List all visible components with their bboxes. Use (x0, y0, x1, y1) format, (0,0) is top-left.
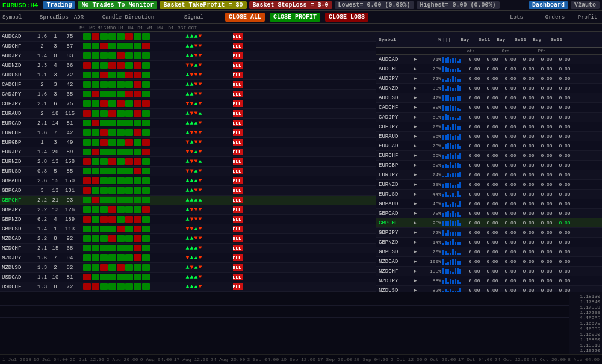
right-sym: NZDCHF (377, 268, 414, 274)
bss-cell[interactable]: BUY SELL CLOSE (233, 187, 244, 194)
candle-box (92, 149, 99, 155)
sell-button[interactable]: SELL (233, 274, 243, 280)
orders-sell: 0.00 (520, 172, 538, 177)
bss-cell[interactable]: BUY SELL CLOSE (233, 226, 244, 232)
symbol-cell: EURUSD (1, 168, 36, 174)
sell-button[interactable]: SELL (233, 139, 243, 146)
sell-button[interactable]: SELL (233, 81, 243, 88)
bss-cell[interactable]: BUY SELL CLOSE (233, 274, 244, 280)
sell-button[interactable]: SELL (233, 149, 243, 155)
trading-badge[interactable]: Trading (43, 1, 75, 9)
close-all-button[interactable]: CLOSE ALL (225, 13, 265, 22)
lots-sell: 0.00 (483, 114, 501, 120)
sell-button[interactable]: SELL (233, 100, 243, 107)
candle-box (117, 149, 125, 155)
bss-cell[interactable]: BUY SELL CLOSE (233, 168, 244, 174)
sell-button[interactable]: SELL (233, 72, 243, 78)
bss-cell[interactable]: BUY SELL CLOSE (233, 139, 244, 146)
mini-bar (457, 232, 459, 236)
sell-button[interactable]: SELL (233, 52, 243, 59)
right-sym: EURUSD (377, 191, 414, 197)
sell-button[interactable]: SELL (233, 120, 243, 126)
bss-cell[interactable]: BUY SELL CLOSE (233, 283, 244, 290)
signal-arrow: ▲ (194, 196, 198, 205)
right-arrow: ▶ (414, 171, 421, 178)
right-rows-area[interactable]: AUDCAD ▶ 71% 0.00 0.00 0.00 0.00 0.00 0.… (376, 55, 602, 292)
bss-cell[interactable]: BUY SELL CLOSE (233, 206, 244, 213)
spread-cell: 2 (36, 43, 49, 49)
orders-sell: 0.00 (520, 201, 538, 206)
signal-arrow: ▼ (199, 147, 202, 157)
candle-box (100, 129, 108, 136)
bss-cell[interactable]: BUY SELL CLOSE (233, 72, 244, 78)
candle-cells (78, 43, 155, 49)
signal-arrow: ▼ (199, 282, 202, 292)
bss-cell[interactable]: BUY SELL CLOSE (233, 149, 244, 155)
sell-button[interactable]: SELL (233, 168, 243, 174)
sell-button[interactable]: SELL (233, 62, 243, 69)
bss-cell[interactable]: BUY SELL CLOSE (233, 197, 244, 203)
sell-button[interactable]: SELL (233, 264, 243, 271)
bss-cell[interactable]: BUY SELL CLOSE (233, 216, 244, 223)
sell-button[interactable]: SELL (233, 158, 243, 165)
bss-cell[interactable]: BUY SELL CLOSE (233, 91, 244, 97)
price-scale: 1.181301.178401.175501.172551.169651.166… (569, 292, 602, 354)
bss-cell[interactable]: BUY SELL CLOSE (233, 158, 244, 165)
sell-button[interactable]: SELL (233, 43, 243, 49)
mini-bar (455, 213, 456, 217)
mini-bar (447, 242, 449, 245)
bss-cell[interactable]: BUY SELL CLOSE (233, 52, 244, 59)
candle-cells (78, 120, 155, 126)
rows-area[interactable]: AUDCAD 1.6 1 75 ▲▲▲▼ BUY SELL CLOSE AUDC… (0, 32, 376, 292)
bss-cell[interactable]: BUY SELL CLOSE (233, 129, 244, 136)
basket-tp-badge: Basket TakeProfit = $0 (160, 1, 246, 9)
mini-bar (452, 124, 454, 130)
bss-cell[interactable]: BUY SELL CLOSE (233, 177, 244, 184)
mini-bar (455, 173, 456, 177)
sell-button[interactable]: SELL (233, 283, 243, 290)
sell-button[interactable]: SELL (233, 216, 243, 223)
sell-button[interactable]: SELL (233, 197, 243, 203)
bss-cell[interactable]: BUY SELL CLOSE (233, 254, 244, 261)
right-arrow: ▶ (414, 220, 421, 226)
bss-cell[interactable]: BUY SELL CLOSE (233, 33, 244, 40)
sell-button[interactable]: SELL (233, 235, 243, 242)
bss-cell[interactable]: BUY SELL CLOSE (233, 245, 244, 251)
v2auto-badge[interactable]: V2auto (571, 1, 600, 9)
time-label: 2 Aug 20:00 (107, 357, 138, 362)
mini-bars (442, 182, 465, 188)
bss-cell[interactable]: BUY SELL CLOSE (233, 264, 244, 271)
mini-bar (452, 173, 454, 177)
sell-button[interactable]: SELL (233, 177, 243, 184)
candle-box (92, 283, 99, 290)
sell-button[interactable]: SELL (233, 187, 243, 194)
spread-cell: 2.6 (36, 178, 49, 184)
candle-cells (78, 283, 155, 290)
sell-button[interactable]: SELL (233, 129, 243, 136)
spread-cell: 1.6 (36, 91, 49, 97)
close-loss-button[interactable]: CLOSE LOSS (325, 13, 368, 22)
bss-cell[interactable]: BUY SELL CLOSE (233, 100, 244, 107)
sell-button[interactable]: SELL (233, 110, 243, 117)
bss-cell[interactable]: BUY SELL CLOSE (233, 43, 244, 49)
bss-cell[interactable]: BUY SELL CLOSE (233, 120, 244, 126)
sell-button[interactable]: SELL (233, 245, 243, 251)
close-profit-button[interactable]: CLOSE PROFIT (270, 13, 320, 22)
orders-sell: 0.00 (520, 134, 538, 139)
bss-cell[interactable]: BUY SELL CLOSE (233, 62, 244, 69)
bss-cell[interactable]: BUY SELL CLOSE (233, 110, 244, 117)
sell-button[interactable]: SELL (233, 91, 243, 97)
bss-cell[interactable]: BUY SELL CLOSE (233, 81, 244, 88)
signal-cells: ▲▲▼▼ (155, 42, 233, 51)
dashboard-badge[interactable]: Dashboard (529, 1, 568, 9)
candle-cells (78, 149, 155, 155)
sell-button[interactable]: SELL (233, 33, 243, 40)
profit-buy: 0.00 (538, 124, 556, 129)
sell-button[interactable]: SELL (233, 226, 243, 232)
bss-cell[interactable]: BUY SELL CLOSE (233, 235, 244, 242)
candle-box (125, 245, 133, 251)
sell-button[interactable]: SELL (233, 206, 243, 213)
pips-cell: 15 (49, 245, 62, 251)
sell-button[interactable]: SELL (233, 254, 243, 261)
signal-cells: ▼▼▲▼ (155, 147, 233, 157)
